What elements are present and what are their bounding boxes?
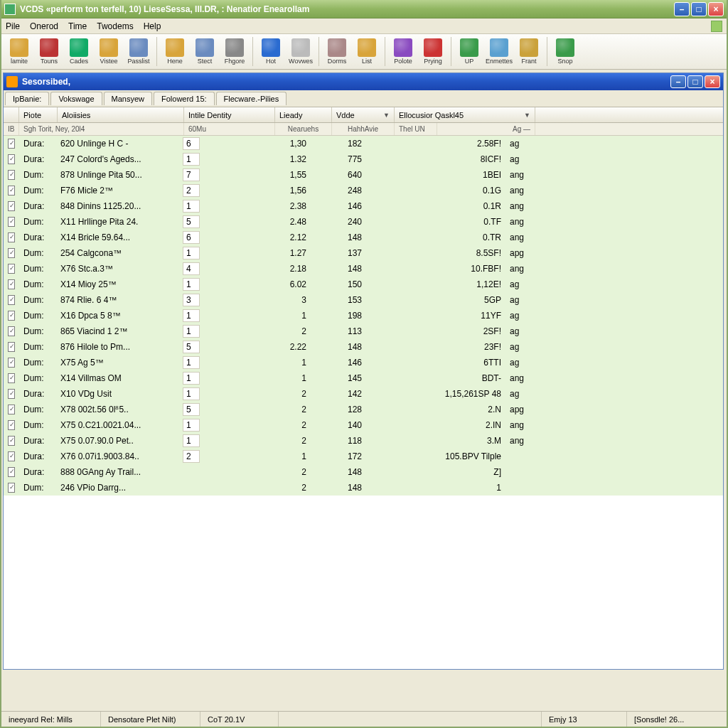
toolbar-button[interactable]: Frant [515,37,542,66]
table-row[interactable]: Dum:X11 Hrllinge Pita 24.52.482400.TFang [4,214,723,230]
table-row[interactable]: Dum:874 Rlie. 6 4™331535GPag [4,292,723,308]
row-checkbox[interactable] [8,279,15,289]
toolbar-button[interactable]: Wovwes [287,37,314,66]
column-header-checkbox[interactable] [4,107,19,122]
row-checkbox[interactable] [8,358,15,368]
toolbar-button[interactable]: Hene [161,37,188,66]
row-checkbox[interactable] [8,295,15,305]
row-checkbox[interactable] [8,186,15,196]
row-checkbox[interactable] [8,311,15,321]
table-row[interactable]: Dum:X76 Stc.a.3™42.1814810.FBF!ang [4,261,723,277]
row-checkbox[interactable] [8,451,15,461]
child-maximize-button[interactable]: □ [687,75,703,88]
number-input[interactable]: 5 [183,403,200,416]
menu-item[interactable]: Pile [6,21,20,31]
table-row[interactable]: Dum:X16 Dpca 5 8™1119811YFag [4,308,723,323]
table-row[interactable]: Dum:F76 Micle 2™21,562480.1Gang [4,183,723,198]
menu-item[interactable]: Onerod [30,21,58,31]
table-row[interactable]: Dum:246 VPio Darrg...21481 [4,480,723,496]
tab[interactable]: IpBanie: [5,92,49,105]
row-checkbox[interactable] [8,170,15,180]
row-checkbox[interactable] [8,483,15,493]
row-checkbox[interactable] [8,389,15,399]
table-row[interactable]: Dum:X75 Ag 5™111466TTIag [4,355,723,370]
row-checkbox[interactable] [8,201,15,211]
row-checkbox[interactable] [8,467,15,477]
column-header[interactable]: Lieady [275,107,332,122]
number-input[interactable]: 3 [183,294,200,306]
dropdown-icon[interactable]: ▼ [383,112,390,119]
tab[interactable]: Folowerd 15: [154,92,215,105]
dropdown-icon[interactable]: ▼ [524,112,530,119]
row-checkbox[interactable] [8,154,15,164]
toolbar-button[interactable]: Fhgore [221,37,248,66]
close-button[interactable]: × [708,2,724,16]
table-row[interactable]: Dum:254 Calgcona™11.271378.5SF!apg [4,245,723,261]
table-row[interactable]: Dum:X78 002t.56 0l⁸5..521282.Napg [4,402,723,417]
table-row[interactable]: Dum:876 Hilole to Pm...52.2214823F!ag [4,339,723,355]
table-row[interactable]: Dura:848 Dinins 1125.20...12.381460.1Ran… [4,198,723,214]
number-input[interactable]: 7 [183,168,200,181]
row-checkbox[interactable] [8,420,15,430]
column-header[interactable]: Vdde▼ [332,107,395,122]
toolbar-button[interactable]: Enmettes [486,37,513,66]
table-row[interactable]: Dum:865 Viacind 1 2™121132SF!ag [4,323,723,339]
row-checkbox[interactable] [8,248,15,258]
tab[interactable]: Vokswage [50,92,102,105]
number-input[interactable]: 4 [183,262,200,275]
number-input[interactable]: 6 [183,231,200,244]
toolbar-button[interactable]: List [353,37,380,66]
row-checkbox[interactable] [8,232,15,242]
row-checkbox[interactable] [8,342,15,352]
menu-item[interactable]: Twodems [97,21,133,31]
toolbar-button[interactable]: Stect [191,37,218,66]
table-row[interactable]: Dura:620 Unlinge H C -61,301822.58F!ag [4,136,723,151]
table-row[interactable]: Dura:X10 VDg Usit121421,15,261SP 48ag [4,386,723,402]
column-header[interactable]: Ellocusior Qaskl45▼ [395,107,535,122]
toolbar-button[interactable]: Hot [257,37,284,66]
number-input[interactable]: 1 [183,200,200,213]
number-input[interactable]: 5 [183,341,200,353]
toolbar-button[interactable]: Vistee [95,37,122,66]
column-header[interactable]: Intile Dentity [184,107,275,122]
toolbar-button[interactable]: UP [456,37,483,66]
toolbar-button[interactable]: Prying [419,37,446,66]
row-checkbox[interactable] [8,436,15,446]
table-row[interactable]: Dum:X75 0.C21.0021.04...121402.INang [4,417,723,433]
tab[interactable]: Flecware.-Pilies [216,92,287,105]
table-row[interactable]: Dura:X75 0.07.90.0 Pet..121183.Mang [4,433,723,449]
column-header[interactable]: Aloiisies [58,107,184,122]
number-input[interactable]: 1 [183,247,200,259]
number-input[interactable]: 1 [183,153,200,166]
child-minimize-button[interactable]: – [670,75,686,88]
toolbar-button[interactable]: Cades [65,37,92,66]
number-input[interactable]: 1 [183,387,200,400]
toolbar-button[interactable]: Polote [390,37,417,66]
number-input[interactable]: 2 [183,450,200,463]
table-row[interactable]: Dum:X14 Mioy 25™16.021501,12E!ag [4,277,723,292]
table-row[interactable]: Dum:X14 Villmas OM11145BDT-ang [4,370,723,386]
number-input[interactable]: 1 [183,325,200,338]
table-row[interactable]: Dura:X14 Bricle 59.64...62.121480.TRang [4,230,723,245]
number-input[interactable]: 2 [183,184,200,197]
row-checkbox[interactable] [8,217,15,227]
number-input[interactable]: 1 [183,309,200,322]
menu-item[interactable]: Help [144,21,161,31]
number-input[interactable]: 1 [183,356,200,369]
table-row[interactable]: Dura:X76 0.07i1.9003.84..21172105.BPV Ti… [4,449,723,464]
row-checkbox[interactable] [8,264,15,274]
maximize-button[interactable]: □ [691,2,707,16]
tab[interactable]: Mansyew [104,92,152,105]
number-input[interactable]: 1 [183,434,200,447]
table-row[interactable]: Dum:878 Unlinge Pita 50...71,556401BEIan… [4,167,723,183]
table-row[interactable]: Dura:888 0GAng Ay Trail...2148Z] [4,464,723,480]
menu-item[interactable]: Time [68,21,87,31]
minimize-button[interactable]: – [674,2,690,16]
child-close-button[interactable]: × [705,75,720,88]
row-checkbox[interactable] [8,326,15,336]
row-checkbox[interactable] [8,405,15,414]
number-input[interactable]: 5 [183,215,200,228]
number-input[interactable]: 6 [183,137,200,150]
toolbar-button[interactable]: Passlist [125,37,152,66]
toolbar-button[interactable]: Touns [36,37,63,66]
